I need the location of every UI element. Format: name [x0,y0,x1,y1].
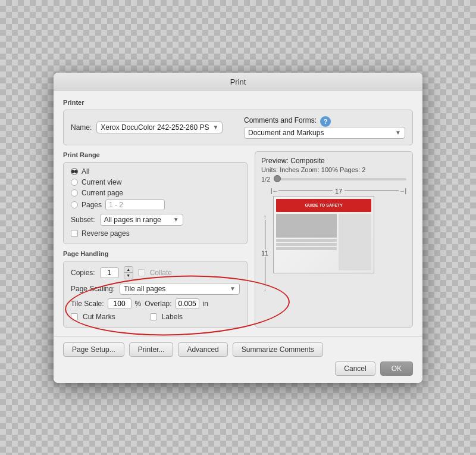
page-scaling-row: Page Scaling: Tile all pages ▼ [71,283,240,295]
dimension-area: |← 17 →| ↑ 11 ↓ [261,188,406,292]
dim-h-line [278,191,333,191]
reverse-pages-label: Reverse pages [82,229,130,238]
copies-increment[interactable]: ▲ [124,267,133,273]
v-arrow-bottom-icon: ↓ [264,286,267,292]
v-arrow-top-icon: ↑ [264,214,267,220]
radio-all[interactable] [71,168,78,175]
labels-checkbox[interactable] [150,313,157,320]
preview-info: Units: Inches Zoom: 100% Pages: 2 [261,166,406,173]
bottom-section: Page Setup... Printer... Advanced Summar… [54,336,422,383]
comments-forms-select[interactable]: Document and Markups ▼ [244,127,405,139]
overlap-label: Overlap: [145,300,171,308]
dialog-title: Print [230,77,246,86]
cf-select-arrow-icon: ▼ [395,129,401,136]
printer-name-select[interactable]: Xerox DocuColor 242-252-260 PS ▼ [96,121,223,133]
radio-current-page[interactable] [71,189,78,197]
collate-label: Collate [150,269,172,277]
thumb-content [276,214,371,270]
comments-forms-label: Comments and Forms: [244,116,317,124]
summarize-comments-button[interactable]: Summarize Comments [233,342,323,357]
v-dim-area: ↑ 11 ↓ [261,196,268,292]
radio-pages-label: Pages [82,201,102,209]
right-column: Preview: Composite Units: Inches Zoom: 1… [255,151,413,328]
help-button[interactable]: ? [320,116,331,127]
v-arrow-line2 [265,257,265,286]
radio-current-view[interactable] [71,179,78,186]
bottom-row2: Cancel OK [63,361,413,376]
printer-select-arrow-icon: ▼ [212,124,218,130]
preview-thumbnail: GUIDE TO SAFETY [273,196,374,273]
copies-row: Copies: ▲ ▼ Collate [71,266,240,279]
preview-slider[interactable] [274,178,406,180]
thumb-right [339,214,371,270]
subset-value: All pages in range [104,216,170,224]
pages-input[interactable] [105,200,165,210]
cancel-button[interactable]: Cancel [335,361,375,376]
page-handling-label: Page Handling [63,250,248,257]
dim-h-wrapper: |← 17 →| [271,188,406,195]
thumb-header: GUIDE TO SAFETY [276,199,371,212]
radio-current-view-label: Current view [82,178,121,186]
ok-button[interactable]: OK [380,361,413,376]
collate-checkbox[interactable] [138,269,145,276]
radio-current-view-row: Current view [71,178,240,186]
tile-scale-row: Tile Scale: % Overlap: in [71,298,240,309]
page-handling-box: Copies: ▲ ▼ Collate Page Scaling: Tile a… [63,261,248,328]
page-setup-button[interactable]: Page Setup... [63,342,124,357]
printer-section-label: Printer [63,99,413,106]
bottom-row1: Page Setup... Printer... Advanced Summar… [63,342,413,357]
page-scaling-value: Tile all pages [124,285,226,293]
scaling-arrow-icon: ▼ [230,285,236,292]
thumbnail-inner: GUIDE TO SAFETY [274,197,374,273]
copies-stepper[interactable]: ▲ ▼ [124,266,133,279]
tile-scale-unit: % [135,300,142,308]
slider-thumb [274,175,281,182]
left-column: Print Range All Current view Current pag… [63,151,248,328]
copies-decrement[interactable]: ▼ [124,273,133,279]
advanced-button[interactable]: Advanced [178,342,227,357]
subset-select[interactable]: All pages in range ▼ [100,214,183,226]
reverse-pages-checkbox[interactable] [71,230,78,237]
tile-scale-label: Tile Scale: [71,300,104,308]
radio-all-row: All [71,167,240,176]
v-arrow-line [265,220,265,250]
title-bar: Print [54,73,422,91]
cut-marks-label: Cut Marks [83,313,115,321]
comments-forms-section: Comments and Forms: ? Document and Marku… [244,116,405,139]
radio-all-label: All [82,167,89,176]
printer-name-row: Name: Xerox DocuColor 242-252-260 PS ▼ C… [71,116,405,139]
reverse-pages-row: Reverse pages [71,229,240,238]
printer-name-value: Xerox DocuColor 242-252-260 PS [101,123,209,132]
tile-scale-input[interactable] [108,298,131,309]
thumbnail-wrapper: ↑ 11 ↓ GUIDE TO SAFETY [261,196,406,292]
labels-label: Labels [162,313,183,321]
radio-current-page-row: Current page [71,189,240,197]
cut-marks-checkbox[interactable] [71,313,78,320]
preview-box: Preview: Composite Units: Inches Zoom: 1… [255,151,413,328]
dialog-body: Printer Name: Xerox DocuColor 242-252-26… [54,91,422,336]
thumb-left [276,214,337,270]
copies-label: Copies: [71,269,95,277]
overlap-unit: in [203,300,208,308]
main-columns: Print Range All Current view Current pag… [63,151,413,328]
thumb-line-2 [276,243,337,246]
dim-h-label: 17 [335,188,342,195]
page-scaling-select[interactable]: Tile all pages ▼ [120,283,240,295]
radio-pages[interactable] [71,201,78,208]
comments-forms-value: Document and Markups [248,129,392,137]
preview-title: Preview: Composite [261,157,406,165]
thumb-line-3 [276,247,337,250]
printer-button[interactable]: Printer... [129,342,174,357]
page-scaling-label: Page Scaling: [71,285,115,293]
subset-label: Subset: [71,216,95,224]
slider-row: 1/2 [261,176,406,183]
cut-marks-row: Cut Marks Labels [71,313,240,321]
print-range-label: Print Range [63,151,248,158]
overlap-input[interactable] [176,298,199,309]
thumb-header-text: GUIDE TO SAFETY [305,203,343,207]
arrow-right-icon: →| [399,188,406,194]
copies-input[interactable] [100,267,119,278]
radio-current-page-label: Current page [82,189,123,197]
subset-row: Subset: All pages in range ▼ [71,214,240,226]
printer-section: Name: Xerox DocuColor 242-252-260 PS ▼ C… [63,110,413,145]
